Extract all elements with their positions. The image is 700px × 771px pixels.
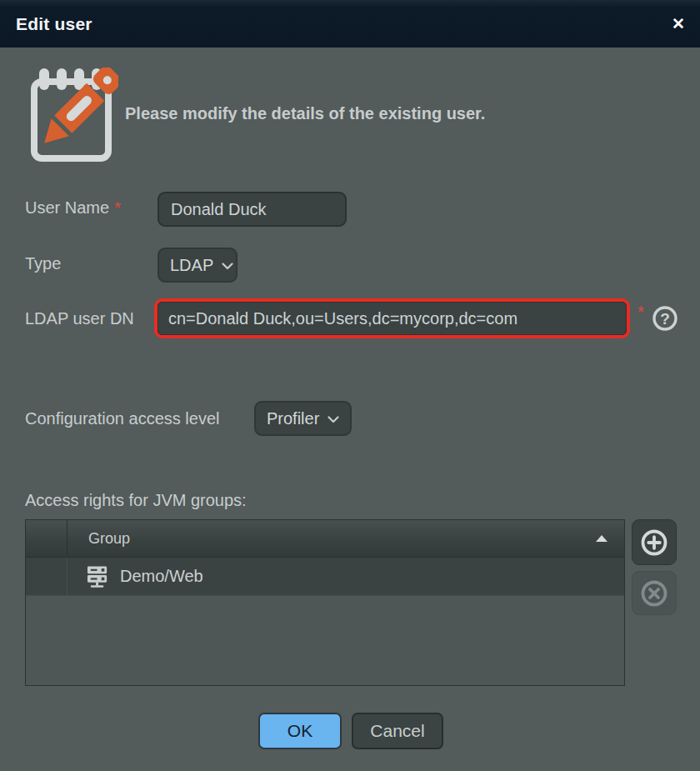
cancel-button[interactable]: Cancel	[352, 713, 443, 749]
row-selector-cell	[26, 558, 68, 595]
edit-notepad-icon	[30, 68, 118, 163]
ok-button[interactable]: OK	[258, 713, 342, 749]
ldap-dn-label: LDAP user DN	[25, 308, 134, 328]
dialog-title: Edit user	[0, 14, 92, 34]
svg-text:?: ?	[660, 310, 670, 328]
ldap-dn-error-highlight	[154, 298, 630, 338]
ldap-dn-input[interactable]	[158, 302, 627, 335]
add-group-button[interactable]	[632, 519, 677, 565]
close-icon[interactable]: ✕	[662, 0, 695, 48]
dialog-body: Please modify the details of the existin…	[0, 48, 700, 771]
required-asterisk: *	[638, 303, 644, 322]
type-dropdown[interactable]: LDAP	[158, 248, 238, 283]
jvm-group-icon	[87, 564, 109, 588]
config-access-dropdown-value: Profiler	[267, 409, 319, 428]
groups-table: Group Demo/Web	[25, 519, 625, 686]
required-asterisk: *	[114, 198, 121, 217]
user-name-input[interactable]	[158, 192, 347, 227]
group-name: Demo/Web	[120, 567, 203, 586]
header-selector-cell	[26, 520, 68, 557]
remove-group-button[interactable]	[632, 571, 677, 615]
dialog-titlebar: Edit user ✕	[0, 0, 700, 48]
groups-section-label: Access rights for JVM groups:	[25, 490, 247, 510]
plus-circle-icon	[638, 527, 670, 558]
sort-ascending-icon	[596, 535, 608, 542]
user-name-label: User Name*	[25, 198, 121, 218]
group-column-header[interactable]: Group	[68, 520, 624, 557]
cross-circle-icon	[638, 578, 670, 609]
intro-text: Please modify the details of the existin…	[125, 104, 485, 123]
chevron-down-icon	[328, 416, 339, 423]
config-access-label: Configuration access level	[25, 408, 219, 428]
groups-table-header: Group	[26, 520, 624, 558]
table-row[interactable]: Demo/Web	[26, 558, 624, 595]
chevron-down-icon	[222, 263, 233, 270]
type-dropdown-value: LDAP	[170, 256, 213, 275]
config-access-dropdown[interactable]: Profiler	[254, 401, 352, 436]
type-label: Type	[25, 253, 61, 273]
help-icon[interactable]: ?	[651, 304, 679, 333]
table-empty-area	[26, 595, 624, 685]
